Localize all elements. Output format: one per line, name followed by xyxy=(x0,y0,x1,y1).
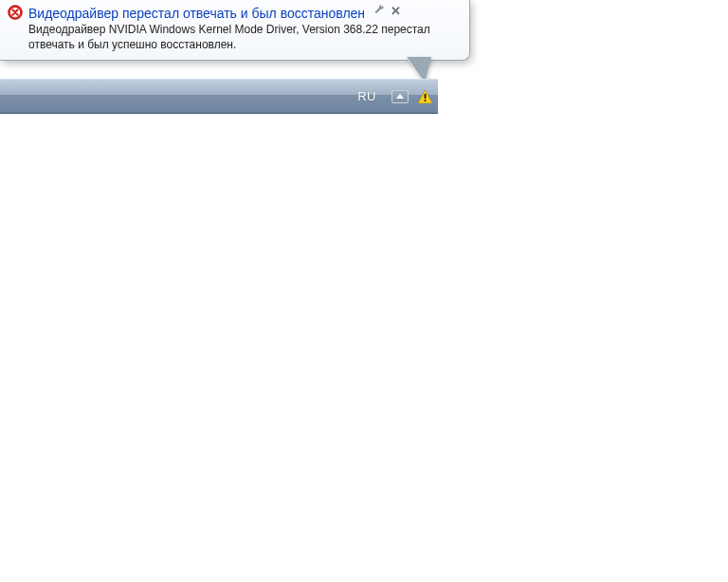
language-indicator[interactable]: RU xyxy=(352,89,382,103)
taskbar: RU xyxy=(0,79,438,114)
balloon-body: Видеодрайвер NVIDIA Windows Kernel Mode … xyxy=(8,22,462,52)
notification-balloon[interactable]: Видеодрайвер перестал отвечать и был вос… xyxy=(0,0,470,61)
close-icon[interactable]: ✕ xyxy=(391,5,401,17)
balloon-header: Видеодрайвер перестал отвечать и был вос… xyxy=(8,5,462,22)
svg-rect-3 xyxy=(425,100,427,101)
balloon-actions: ✕ xyxy=(374,5,401,17)
wrench-icon[interactable] xyxy=(374,5,385,17)
svg-rect-2 xyxy=(425,94,427,99)
balloon-title: Видеодрайвер перестал отвечать и был вос… xyxy=(28,5,365,22)
error-icon xyxy=(8,5,23,20)
show-hidden-icons-button[interactable] xyxy=(391,90,409,103)
warning-tray-icon[interactable] xyxy=(418,90,432,103)
